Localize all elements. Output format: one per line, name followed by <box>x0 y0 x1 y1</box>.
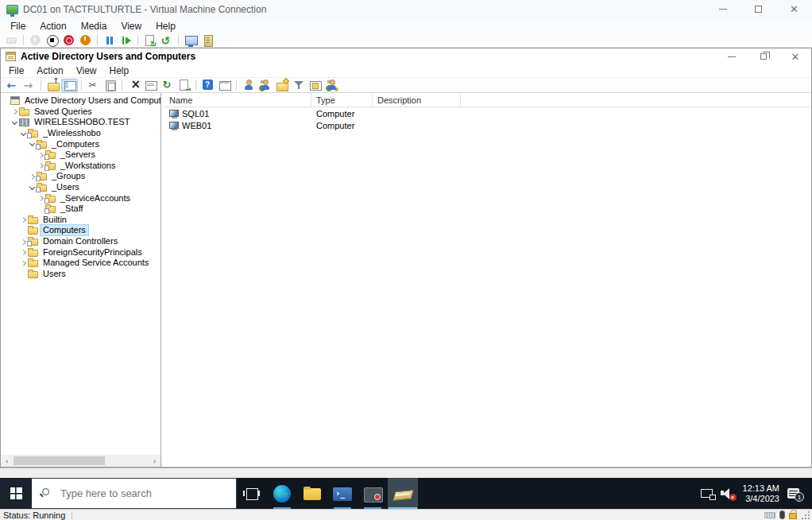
tree-item-domain-controllers[interactable]: Domain Controllers <box>1 236 160 247</box>
shut-down-icon[interactable] <box>60 33 77 47</box>
status-divider <box>72 511 72 519</box>
export-list-icon[interactable] <box>176 79 192 92</box>
back-icon[interactable] <box>4 79 21 92</box>
find-icon[interactable] <box>307 79 323 92</box>
tree-item-managed-service-accounts[interactable]: Managed Service Accounts <box>1 258 160 269</box>
running-indicator <box>364 507 381 509</box>
aduc-close-button[interactable]: ✕ <box>779 49 811 64</box>
notifications-icon[interactable]: 1 <box>787 488 799 499</box>
list-row-web01[interactable]: WEB01Computer <box>164 119 811 131</box>
computer-icon <box>169 122 179 129</box>
taskbar-button-edge[interactable] <box>267 478 297 509</box>
turn-off-icon[interactable] <box>44 33 60 47</box>
tree-item-saved-queries[interactable]: Saved Queries <box>1 107 160 118</box>
tree-horizontal-scrollbar[interactable]: ‹ › <box>1 455 160 467</box>
reset-icon[interactable] <box>118 33 134 47</box>
tree-item-staff[interactable]: _Staff <box>1 204 160 215</box>
tree-item-servers[interactable]: _Servers <box>1 149 160 161</box>
menu-media[interactable]: Media <box>74 18 114 33</box>
new-group-icon[interactable] <box>257 79 273 92</box>
taskbar-button-file-explorer[interactable] <box>297 478 327 509</box>
tree-item-computers[interactable]: Computers <box>1 225 160 236</box>
up-one-level-icon[interactable] <box>44 79 61 92</box>
menu-file[interactable]: File <box>2 64 30 77</box>
start-button[interactable] <box>0 478 32 509</box>
aduc-minimize-button[interactable] <box>716 49 748 64</box>
tree-item-serviceaccounts[interactable]: _ServiceAccounts <box>1 192 160 204</box>
menu-view[interactable]: View <box>114 18 149 33</box>
aduc-window-title: Active Directory Users and Computers <box>21 51 195 62</box>
tree-item-groups[interactable]: _Groups <box>1 171 160 182</box>
show-console-tree-icon[interactable] <box>61 79 78 92</box>
filter-icon[interactable] <box>290 79 307 92</box>
delegate-icon[interactable] <box>323 79 340 92</box>
cut-icon[interactable] <box>85 79 102 92</box>
column-header-description[interactable]: Description <box>373 93 461 107</box>
help-icon[interactable] <box>199 79 216 92</box>
tree-item-users[interactable]: _Users <box>1 182 160 193</box>
refresh-icon[interactable] <box>159 79 176 92</box>
tree-item-label: Domain Controllers <box>41 236 120 246</box>
tree-item-foreignsecurityprincipals[interactable]: ForeignSecurityPrincipals <box>1 246 160 258</box>
column-header-type[interactable]: Type <box>311 93 373 107</box>
scroll-left-icon[interactable]: ‹ <box>1 455 13 467</box>
column-header-name[interactable]: Name <box>164 93 311 107</box>
vm-minimize-button[interactable] <box>705 0 740 18</box>
tree-item-workstations[interactable]: _Workstations <box>1 161 160 172</box>
aduc-restore-button[interactable] <box>748 49 779 64</box>
delete-icon[interactable] <box>126 79 142 92</box>
taskbar-button-aduc[interactable] <box>388 478 418 509</box>
tree-item-active-directory-users-and-computers-dc01[interactable]: Active Directory Users and Computers [DC… <box>1 95 160 107</box>
list-row-sql01[interactable]: SQL01Computer <box>164 107 811 119</box>
chevron-closed-icon[interactable] <box>20 247 28 257</box>
tree-item-wirelesshobo-test[interactable]: WIRELESSHOBO.TEST <box>1 117 160 128</box>
network-icon[interactable] <box>701 489 713 498</box>
chevron-open-icon[interactable] <box>11 118 19 127</box>
vm-titlebar: DC01 on TACTFULTURTLE - Virtual Machine … <box>0 0 812 18</box>
taskbar-search-input[interactable] <box>32 479 236 508</box>
taskbar-search[interactable] <box>32 478 237 509</box>
tree-item-computers[interactable]: _Computers <box>1 138 160 149</box>
checkpoint-icon[interactable] <box>141 33 158 47</box>
folder-icon <box>19 109 29 116</box>
chevron-closed-icon[interactable] <box>20 215 28 224</box>
enhanced-session-icon[interactable] <box>182 33 199 47</box>
taskbar-button-powershell[interactable] <box>327 478 358 509</box>
ou-icon <box>37 142 47 149</box>
scrollbar-thumb[interactable] <box>14 456 105 465</box>
menu-view[interactable]: View <box>70 64 103 77</box>
search-icon <box>42 488 49 495</box>
menu-action[interactable]: Action <box>30 64 69 77</box>
volume-muted-icon[interactable] <box>721 487 735 499</box>
vm-close-button[interactable]: ✕ <box>776 0 812 18</box>
save-icon[interactable] <box>77 33 94 47</box>
toolbar-separator <box>137 35 138 45</box>
menu-action[interactable]: Action <box>33 18 73 33</box>
chevron-closed-icon[interactable] <box>11 107 19 116</box>
ou-icon <box>28 130 38 138</box>
properties-icon[interactable] <box>142 79 159 92</box>
scroll-right-icon[interactable]: › <box>149 455 160 467</box>
aduc-body: Active Directory Users and Computers [DC… <box>1 93 811 467</box>
console-window-icon[interactable] <box>216 79 233 92</box>
revert-icon[interactable] <box>158 33 175 47</box>
taskbar-button-task-view[interactable] <box>237 478 267 509</box>
paste-icon[interactable] <box>102 79 118 92</box>
taskbar-clock[interactable]: 12:13 AM 3/4/2023 <box>743 483 779 504</box>
pause-icon[interactable] <box>101 33 118 47</box>
taskbar-button-server-manager[interactable] <box>358 478 388 509</box>
menu-help[interactable]: Help <box>103 64 136 77</box>
chevron-closed-icon[interactable] <box>20 258 28 268</box>
menu-help[interactable]: Help <box>149 18 183 33</box>
new-user-icon[interactable] <box>240 79 257 92</box>
tree-item-label: _ServiceAccounts <box>58 193 133 204</box>
vm-maximize-button[interactable] <box>740 0 776 18</box>
tree-item-builtin[interactable]: Builtin <box>1 215 160 226</box>
share-device-icon[interactable] <box>199 33 215 47</box>
menu-file[interactable]: File <box>3 18 33 33</box>
tree-item-users[interactable]: Users <box>1 269 160 280</box>
tree-item-wirelesshobo[interactable]: _Wirelesshobo <box>1 128 160 139</box>
resize-grip[interactable] <box>802 511 810 519</box>
forward-icon[interactable] <box>21 79 37 92</box>
new-ou-icon[interactable] <box>273 79 290 92</box>
